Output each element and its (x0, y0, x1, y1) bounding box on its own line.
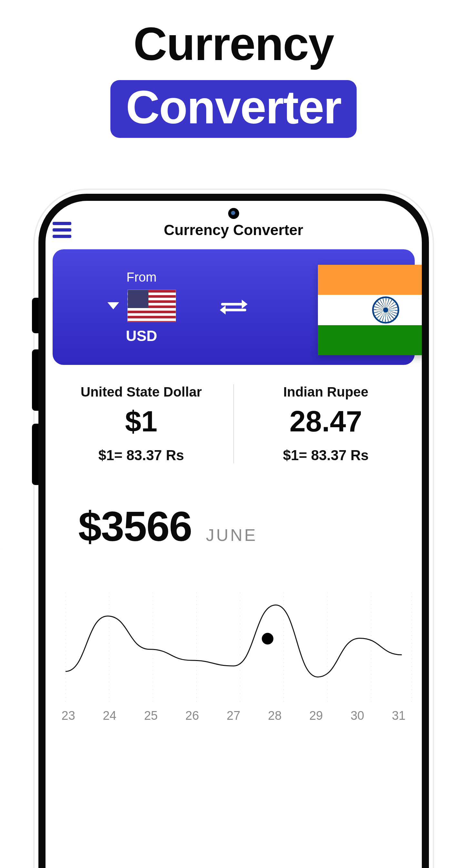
x-tick: 26 (185, 709, 199, 723)
summary-month: JUNE (206, 525, 258, 545)
trend-chart[interactable] (53, 573, 415, 702)
phone-frame: Currency Converter From USD (38, 194, 429, 868)
left-currency-rate: $1= 83.37 Rs (53, 447, 230, 463)
x-tick: 25 (144, 709, 158, 723)
divider (233, 384, 234, 463)
phone-volume-down-button (32, 424, 38, 485)
app-bar: Currency Converter (53, 201, 415, 249)
headline-line-2: Converter (110, 80, 357, 137)
phone-volume-up-button (32, 349, 38, 411)
arrow-left-icon (221, 309, 246, 311)
rate-left: United State Dollar $1 $1= 83.37 Rs (53, 384, 230, 463)
x-tick: 23 (62, 709, 75, 723)
x-tick: 24 (103, 709, 116, 723)
page-headline: Currency Converter (0, 20, 467, 138)
rate-right: Indian Rupee 28.47 $1= 83.37 Rs (237, 384, 415, 463)
right-currency-rate: $1= 83.37 Rs (237, 447, 415, 463)
chart-line (66, 605, 402, 677)
flag-us-icon (128, 290, 176, 322)
arrow-right-icon (221, 303, 246, 306)
phone-side-button (32, 298, 38, 333)
converter-card: From USD (53, 249, 415, 365)
chart-highlight-dot (262, 633, 273, 645)
app-screen: Currency Converter From USD (45, 201, 422, 868)
app-title: Currency Converter (53, 221, 415, 239)
right-currency-value: 28.47 (237, 405, 415, 438)
summary-row: $3566 JUNE (78, 502, 415, 551)
chevron-down-icon (107, 302, 119, 309)
left-currency-value: $1 (53, 405, 230, 438)
chart-grid (66, 593, 411, 702)
swap-button[interactable] (221, 294, 246, 320)
right-currency-name: Indian Rupee (237, 384, 415, 400)
chart-x-axis: 23 24 25 26 27 28 29 30 31 (53, 709, 415, 723)
x-tick: 29 (309, 709, 323, 723)
x-tick: 27 (227, 709, 240, 723)
x-tick: 30 (351, 709, 364, 723)
rates-section: United State Dollar $1 $1= 83.37 Rs Indi… (53, 384, 415, 463)
ashoka-chakra-icon (372, 297, 399, 323)
summary-amount: $3566 (78, 502, 192, 551)
headline-line-1: Currency (0, 20, 467, 68)
left-currency-name: United State Dollar (53, 384, 230, 400)
x-tick: 28 (268, 709, 281, 723)
from-currency-code: USD (126, 327, 157, 345)
from-label: From (127, 270, 157, 284)
x-tick: 31 (392, 709, 405, 723)
from-currency-selector[interactable]: From USD (62, 270, 221, 345)
chart-svg (53, 573, 415, 702)
flag-in-icon (318, 265, 422, 355)
